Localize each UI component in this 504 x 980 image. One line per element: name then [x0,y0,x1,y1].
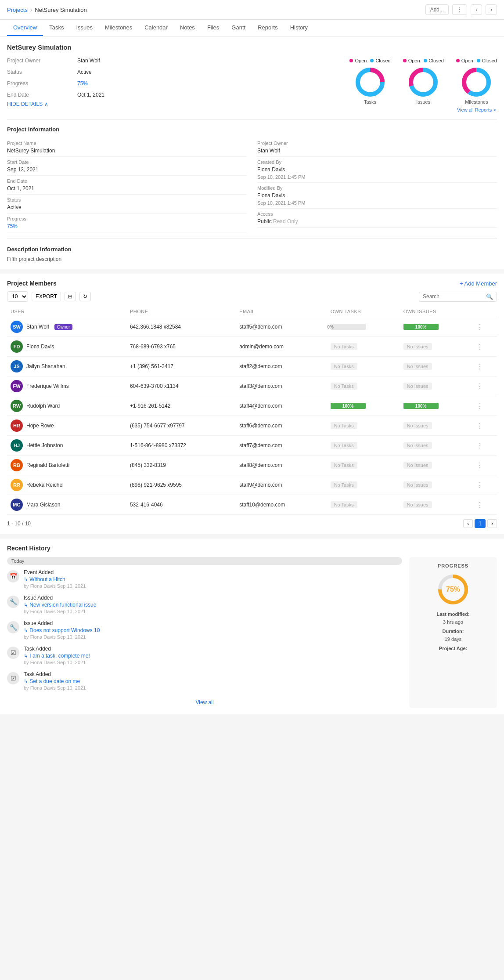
filter-button[interactable]: ⊟ [65,292,76,301]
status-value: Active [77,68,341,76]
more-button[interactable]: ⋮ [452,4,467,15]
user-cell-td: RW Rudolph Ward [7,396,126,416]
nav-tabs: Overview Tasks Issues Milestones Calenda… [0,20,504,36]
own-issues-cell: No Issues [400,475,473,495]
status-label: Status [7,68,77,76]
avatar: RW [11,400,23,412]
tab-gantt[interactable]: Gantt [225,20,252,36]
history-item-link[interactable]: ↳ Set a due date on me [24,678,86,684]
view-all-reports-link[interactable]: View all Reports > [457,107,496,112]
breadcrumb-sep: › [30,7,32,13]
tab-reports[interactable]: Reports [252,20,284,36]
no-tasks-badge: No Tasks [331,481,357,488]
user-cell: MG Mara Gislason [11,499,123,511]
top-bar: Projects › NetSurey Simulation Add... ⋮ … [0,0,504,20]
history-item-link[interactable]: ↳ Does not support Windows 10 [24,627,100,633]
refresh-button[interactable]: ↻ [79,292,91,301]
table-header: USER PHONE EMAIL OWN TASKS OWN ISSUES [7,306,497,317]
tab-tasks[interactable]: Tasks [43,20,70,36]
row-more-button[interactable]: ⋮ [476,402,483,410]
no-issues-badge: No Issues [403,442,432,449]
row-more-button[interactable]: ⋮ [476,383,483,390]
row-more-button[interactable]: ⋮ [476,462,483,469]
avatar: RB [11,459,23,471]
pi-created-by-date: Sep 10, 2021 1:45 PM [257,174,497,180]
next-page-button[interactable]: › [487,519,497,528]
closed-dot [370,59,374,62]
pi-owner-label: Project Owner [257,141,497,146]
export-button[interactable]: EXPORT [32,292,61,301]
add-button[interactable]: Add... [425,4,449,15]
pi-start-date-label: Start Date [7,159,247,165]
view-all-button[interactable]: View all [7,697,402,708]
row-more-cell: ⋮ [473,376,497,396]
own-issues-cell: No Issues [400,416,473,436]
history-item-link[interactable]: ↳ I am a task, complete me! [24,653,90,659]
phone-cell: 642.366.1848 x82584 [126,317,236,337]
row-more-button[interactable]: ⋮ [476,442,483,449]
no-tasks-badge: No Tasks [331,422,357,429]
table-row: FD Fiona Davis 768-689-6793 x765 admin@d… [7,337,497,357]
tasks-chart: Open Closed Tasks [349,58,390,105]
row-more-cell: ⋮ [473,396,497,416]
row-more-button[interactable]: ⋮ [476,422,483,430]
table-row: FW Frederique Willms 604-639-3700 x1134 … [7,376,497,396]
email-cell: staff2@demo.com [236,357,327,376]
tab-history[interactable]: History [284,20,314,36]
milestones-legend-open: Open [456,58,473,63]
table-row: JS Jailyn Shanahan +1 (396) 561-3417 sta… [7,357,497,376]
row-more-button[interactable]: ⋮ [476,481,483,489]
page-1-button[interactable]: 1 [475,519,486,528]
pi-start-date-row: Start Date Sep 13, 2021 [7,157,247,176]
user-cell-td: RR Rebeka Reichel [7,475,126,495]
back-button[interactable]: ‹ [471,4,482,15]
row-more-button[interactable]: ⋮ [476,343,483,351]
history-item-link[interactable]: ↳ New version functional issue [24,602,96,608]
own-issues-cell: No Issues [400,456,473,475]
pi-start-date-value: Sep 13, 2021 [7,166,247,173]
user-cell: FD Fiona Davis [11,340,123,353]
user-cell-td: HJ Hettie Johnston [7,436,126,456]
tab-milestones[interactable]: Milestones [99,20,138,36]
progress-value[interactable]: 75% [77,79,341,88]
user-cell: HJ Hettie Johnston [11,439,123,452]
row-more-button[interactable]: ⋮ [476,323,483,331]
no-tasks-badge: No Tasks [331,442,357,449]
table-toolbar: 10 25 50 EXPORT ⊟ ↻ 🔍 [7,291,497,302]
issues-legend-open: Open [403,58,420,63]
tab-calendar[interactable]: Calendar [138,20,174,36]
add-member-button[interactable]: + Add Member [460,280,497,287]
forward-button[interactable]: › [486,4,497,15]
avatar: FD [11,340,23,353]
project-info-left: Project Owner Stan Wolf Status Active Pr… [7,56,341,107]
tab-issues[interactable]: Issues [70,20,99,36]
prev-page-button[interactable]: ‹ [463,519,473,528]
row-more-button[interactable]: ⋮ [476,363,483,370]
end-date-label: End Date [7,90,77,99]
history-item-link[interactable]: ↳ Without a Hitch [24,576,86,582]
email-cell: staff4@demo.com [236,396,327,416]
history-item-meta: by Fiona Davis Sep 10, 2021 [24,634,100,640]
divider-1 [7,119,497,120]
row-more-cell: ⋮ [473,436,497,456]
main-content: NetSurey Simulation Project Owner Stan W… [0,36,504,269]
tab-overview[interactable]: Overview [7,20,43,36]
history-item-type: Task Added [24,646,90,652]
history-item-content: Task Added ↳ Set a due date on me by Fio… [24,671,86,691]
no-issues-badge: No Issues [403,462,432,469]
tab-notes[interactable]: Notes [174,20,201,36]
row-more-button[interactable]: ⋮ [476,501,483,509]
tab-files[interactable]: Files [201,20,225,36]
history-item: ☑ Task Added ↳ Set a due date on me by F… [7,671,402,691]
closed-label: Closed [375,58,390,63]
user-name: Rudolph Ward [26,403,60,409]
per-page-select[interactable]: 10 25 50 [7,291,28,302]
pi-created-by-row: Created By Fiona Davis Sep 10, 2021 1:45… [257,157,497,183]
email-cell: staff10@demo.com [236,495,327,515]
history-items-container: 📅 Event Added ↳ Without a Hitch by Fiona… [7,569,402,697]
members-section: Project Members + Add Member 10 25 50 EX… [0,274,504,534]
pi-progress-value[interactable]: 75% [7,223,247,229]
hide-details-btn[interactable]: HIDE DETAILS ∧ [7,101,341,107]
search-input[interactable] [423,293,484,300]
breadcrumb-parent[interactable]: Projects [7,7,28,13]
